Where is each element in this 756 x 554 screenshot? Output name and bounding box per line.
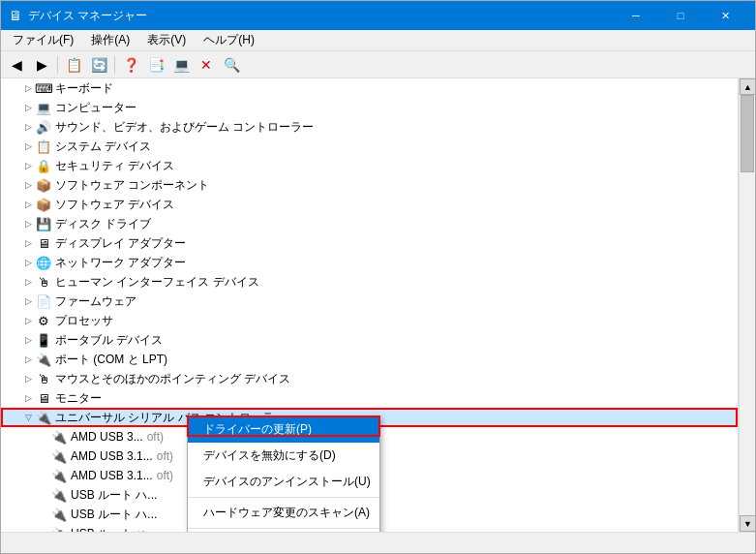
menu-bar: ファイル(F) 操作(A) 表示(V) ヘルプ(H) [1,30,755,51]
tree-item-processor[interactable]: ▷ ⚙ プロセッサ [1,311,738,330]
icon-usb-root-2: 🔌 [51,507,67,522]
suffix-amd-usb-2: oft) [157,449,173,463]
tree-item-firmware[interactable]: ▷ 📄 ファームウェア [1,292,738,311]
close-button[interactable]: ✕ [703,1,747,30]
context-menu-sep [188,497,379,498]
tree-item-software-component[interactable]: ▷ 📦 ソフトウェア コンポーネント [1,175,738,195]
menu-action[interactable]: 操作(A) [83,30,137,50]
expand-security[interactable]: ▷ [20,158,36,173]
expand-software-component[interactable]: ▷ [20,177,36,193]
expand-hid[interactable]: ▷ [20,274,36,290]
icon-usb-root-1: 🔌 [51,487,67,503]
icon-network: 🌐 [36,255,51,270]
menu-file[interactable]: ファイル(F) [5,30,81,50]
label-port: ポート (COM と LPT) [55,352,167,368]
label-usb-root-1: USB ルート ハ... [71,487,157,504]
title-bar-left: 🖥 デバイス マネージャー [9,8,147,24]
suffix-amd-usb-1: oft) [147,430,164,444]
expand-display[interactable]: ▷ [20,235,36,251]
icon-firmware: 📄 [36,293,51,309]
window-title: デバイス マネージャー [28,8,147,24]
expand-software-device[interactable]: ▷ [20,197,36,212]
expand-mouse[interactable]: ▷ [20,371,36,386]
toolbar-sep-2 [114,56,115,74]
tree-item-portable[interactable]: ▷ 📱 ポータブル デバイス [1,330,738,350]
expand-firmware[interactable]: ▷ [20,293,36,309]
context-menu-disable-device[interactable]: デバイスを無効にする(D) [188,443,379,469]
label-keyboard: キーボード [55,80,113,97]
tree-item-monitor[interactable]: ▷ 🖥 モニター [1,388,738,408]
scroll-track[interactable] [740,95,755,515]
toolbar-view[interactable]: 📑 [144,54,167,76]
label-security: セキュリティ デバイス [55,158,174,174]
label-amd-usb-3: AMD USB 3.1... [71,469,153,482]
expand-computer[interactable]: ▷ [20,100,36,115]
tree-item-computer[interactable]: ▷ 💻 コンピューター [1,98,738,117]
tree-item-software-device[interactable]: ▷ 📦 ソフトウェア デバイス [1,195,738,214]
toolbar-help[interactable]: ❓ [119,54,142,76]
toolbar-remove[interactable]: ✕ [195,54,218,76]
context-menu-scan-hardware[interactable]: ハードウェア変更のスキャン(A) [188,500,379,526]
tree-item-keyboard[interactable]: ▷ ⌨ キーボード [1,78,738,98]
context-menu-properties[interactable]: プロパティ(R) [188,531,379,532]
tree-item-sound[interactable]: ▷ 🔊 サウンド、ビデオ、およびゲーム コントローラー [1,117,738,137]
icon-usb-root-3: 🔌 [51,526,67,532]
main-content: ▷ ⌨ キーボード ▷ 💻 コンピューター ▷ 🔊 サウンド、ビデオ、およびゲー… [1,78,755,532]
tree-item-display[interactable]: ▷ 🖥 ディスプレイ アダプター [1,233,738,253]
tree-item-port[interactable]: ▷ 🔌 ポート (COM と LPT) [1,350,738,369]
expand-network[interactable]: ▷ [20,255,36,270]
scroll-thumb[interactable] [741,95,754,172]
icon-hid: 🖱 [36,274,51,290]
expand-usb-controller[interactable]: ▽ [20,410,36,425]
toolbar-back[interactable]: ◀ [5,54,28,76]
label-mouse: マウスとそのほかのポインティング デバイス [55,371,290,387]
scroll-down-button[interactable]: ▼ [740,515,755,532]
icon-amd-usb-1: 🔌 [51,429,67,445]
minimize-button[interactable]: ─ [614,1,658,30]
status-bar [1,532,755,553]
tree-item-hid[interactable]: ▷ 🖱 ヒューマン インターフェイス デバイス [1,272,738,292]
toolbar-computer[interactable]: 💻 [169,54,193,76]
title-bar: 🖥 デバイス マネージャー ─ □ ✕ [1,1,755,30]
toolbar-update[interactable]: 🔄 [87,54,110,76]
expand-port[interactable]: ▷ [20,352,36,367]
label-usb-root-2: USB ルート ハ... [71,507,157,523]
expand-portable[interactable]: ▷ [20,332,36,348]
icon-usb-controller: 🔌 [36,410,51,425]
tree-item-network[interactable]: ▷ 🌐 ネットワーク アダプター [1,253,738,272]
tree-item-system[interactable]: ▷ 📋 システム デバイス [1,137,738,156]
tree-item-disk[interactable]: ▷ 💾 ディスク ドライブ [1,214,738,233]
tree-item-security[interactable]: ▷ 🔒 セキュリティ デバイス [1,156,738,175]
icon-portable: 📱 [36,332,51,348]
expand-disk[interactable]: ▷ [20,216,36,231]
tree-item-mouse[interactable]: ▷ 🖱 マウスとそのほかのポインティング デバイス [1,369,738,388]
maximize-button[interactable]: □ [658,1,703,30]
context-menu-update-driver[interactable]: ドライバーの更新(P) [188,416,379,443]
icon-software-device: 📦 [36,197,51,212]
expand-monitor[interactable]: ▷ [20,390,36,406]
label-usb-root-3: USB ルート ハ... [71,526,157,533]
menu-view[interactable]: 表示(V) [139,30,194,50]
menu-help[interactable]: ヘルプ(H) [196,30,262,50]
toolbar-forward[interactable]: ▶ [30,54,53,76]
context-menu-uninstall-device[interactable]: デバイスのアンインストール(U) [188,469,379,495]
expand-sound[interactable]: ▷ [20,119,36,135]
label-software-device: ソフトウェア デバイス [55,197,174,213]
label-computer: コンピューター [55,100,136,116]
icon-security: 🔒 [36,158,51,173]
expand-system[interactable]: ▷ [20,138,36,154]
scrollbar-vertical[interactable]: ▲ ▼ [739,78,755,532]
label-firmware: ファームウェア [55,293,136,310]
icon-monitor: 🖥 [36,390,51,406]
device-tree[interactable]: ▷ ⌨ キーボード ▷ 💻 コンピューター ▷ 🔊 サウンド、ビデオ、およびゲー… [1,78,739,532]
icon-port: 🔌 [36,352,51,367]
device-manager-window: 🖥 デバイス マネージャー ─ □ ✕ ファイル(F) 操作(A) 表示(V) … [0,0,756,554]
scroll-up-button[interactable]: ▲ [740,78,755,95]
toolbar-sep-1 [57,56,58,74]
toolbar-properties[interactable]: 📋 [62,54,85,76]
icon-sound: 🔊 [36,119,51,135]
toolbar: ◀ ▶ 📋 🔄 ❓ 📑 💻 ✕ 🔍 [1,51,755,78]
toolbar-scan[interactable]: 🔍 [220,54,243,76]
expand-processor[interactable]: ▷ [20,313,36,328]
icon-software-component: 📦 [36,177,51,193]
